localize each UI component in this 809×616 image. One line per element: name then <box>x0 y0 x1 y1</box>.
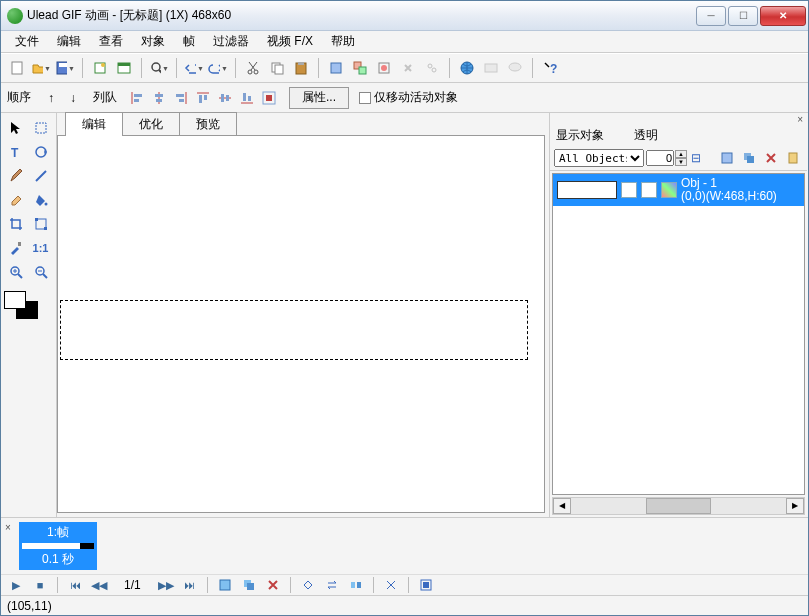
fx-button[interactable] <box>384 578 398 592</box>
menu-view[interactable]: 查看 <box>91 31 131 52</box>
menu-file[interactable]: 文件 <box>7 31 47 52</box>
maximize-button[interactable]: ☐ <box>728 6 758 26</box>
redo-button[interactable]: ▼ <box>208 58 228 78</box>
minimize-button[interactable]: ─ <box>696 6 726 26</box>
obj3-button[interactable] <box>374 58 394 78</box>
frame-panel-handle[interactable]: × <box>5 522 15 570</box>
menu-help[interactable]: 帮助 <box>323 31 363 52</box>
align-center-h-button[interactable] <box>149 88 169 108</box>
tab-preview[interactable]: 预览 <box>179 112 237 136</box>
text-tool[interactable]: T <box>4 141 27 163</box>
properties-button[interactable]: 属性... <box>289 87 349 109</box>
view-tabs: 编辑 优化 预览 <box>57 113 549 135</box>
seq-down-button[interactable]: ↓ <box>63 88 83 108</box>
align-right-button[interactable] <box>171 88 191 108</box>
panel-scrollbar[interactable]: ◀▶ <box>552 497 805 515</box>
foreground-color[interactable] <box>4 291 26 309</box>
object-row[interactable]: 👁 Obj - 1 (0,0)(W:468,H:60) <box>553 174 804 206</box>
seq-up-button[interactable]: ↑ <box>41 88 61 108</box>
del-frame-button[interactable] <box>266 578 280 592</box>
zoom-in-tool[interactable] <box>4 261 27 283</box>
close-button[interactable]: ✕ <box>760 6 806 26</box>
svg-rect-37 <box>204 95 207 100</box>
loop-button[interactable] <box>325 578 339 592</box>
align-left-button[interactable] <box>127 88 147 108</box>
next-frame-button[interactable]: ▶▶ <box>159 578 173 592</box>
center-canvas-button[interactable] <box>259 88 279 108</box>
tween-button[interactable] <box>349 578 363 592</box>
tab-optimize[interactable]: 优化 <box>122 112 180 136</box>
rp-btn2[interactable] <box>739 148 759 168</box>
rp-btn3[interactable] <box>761 148 781 168</box>
zoom-out-tool[interactable] <box>29 261 52 283</box>
stop-button[interactable]: ■ <box>33 578 47 592</box>
transparent-input[interactable] <box>646 150 674 166</box>
web-button[interactable] <box>457 58 477 78</box>
line-tool[interactable] <box>29 165 52 187</box>
menu-edit[interactable]: 编辑 <box>49 31 89 52</box>
actual-size-tool[interactable]: 1:1 <box>29 237 52 259</box>
obj2-button[interactable] <box>350 58 370 78</box>
fill-tool[interactable] <box>29 189 52 211</box>
crop-tool[interactable] <box>4 213 27 235</box>
chat-button[interactable] <box>505 58 525 78</box>
eyedropper-tool[interactable] <box>4 237 27 259</box>
menu-object[interactable]: 对象 <box>133 31 173 52</box>
svg-rect-52 <box>35 218 38 221</box>
canvas-area[interactable] <box>57 135 545 513</box>
frame-duration: 0.1 秒 <box>42 551 74 568</box>
link-button[interactable] <box>398 58 418 78</box>
open-button[interactable]: ▼ <box>31 58 51 78</box>
last-frame-button[interactable]: ⏭ <box>183 578 197 592</box>
cut-button[interactable] <box>243 58 263 78</box>
menu-filter[interactable]: 过滤器 <box>205 31 257 52</box>
copy-button[interactable] <box>267 58 287 78</box>
help-button[interactable]: ? <box>540 58 560 78</box>
visibility-icon[interactable]: 👁 <box>621 182 637 198</box>
brush-tool[interactable] <box>4 165 27 187</box>
dup-frame-button[interactable] <box>242 578 256 592</box>
rp-btn4[interactable] <box>783 148 803 168</box>
show-object-select[interactable]: All Objects <box>554 149 644 167</box>
menu-video-fx[interactable]: 视频 F/X <box>259 31 321 52</box>
prev-frame-button[interactable]: ◀◀ <box>92 578 106 592</box>
play-button[interactable]: ▶ <box>9 578 23 592</box>
wizard1-button[interactable] <box>90 58 110 78</box>
transparent-label: 透明 <box>634 127 658 144</box>
paste-button[interactable] <box>291 58 311 78</box>
shape-tool[interactable] <box>29 141 52 163</box>
unlink-button[interactable] <box>422 58 442 78</box>
select-tool[interactable] <box>29 117 52 139</box>
align-middle-button[interactable] <box>215 88 235 108</box>
lock-obj-icon[interactable] <box>641 182 657 198</box>
wizard2-button[interactable] <box>114 58 134 78</box>
lock-icon[interactable]: ⊟ <box>691 151 701 165</box>
obj1-button[interactable] <box>326 58 346 78</box>
add-frame-button[interactable] <box>218 578 232 592</box>
color-swatches[interactable] <box>4 291 44 321</box>
transparent-spinner[interactable]: ▲▼ <box>675 150 687 166</box>
reverse-button[interactable] <box>301 578 315 592</box>
svg-rect-36 <box>199 95 202 103</box>
zoom-button[interactable]: ▼ <box>149 58 169 78</box>
panel-close-icon[interactable]: × <box>550 113 807 125</box>
resize-tool[interactable] <box>29 213 52 235</box>
frame-1[interactable]: 1:帧 0.1 秒 <box>19 522 97 570</box>
move-active-only-checkbox[interactable]: 仅移动活动对象 <box>359 89 458 106</box>
save-button[interactable]: ▼ <box>55 58 75 78</box>
object-list[interactable]: 👁 Obj - 1 (0,0)(W:468,H:60) <box>552 173 805 495</box>
menu-frame[interactable]: 帧 <box>175 31 203 52</box>
eraser-tool[interactable] <box>4 189 27 211</box>
align-top-button[interactable] <box>193 88 213 108</box>
first-frame-button[interactable]: ⏮ <box>68 578 82 592</box>
tab-edit[interactable]: 编辑 <box>65 112 123 136</box>
rp-btn1[interactable] <box>717 148 737 168</box>
props-frame-button[interactable] <box>419 578 433 592</box>
canvas[interactable] <box>60 300 528 360</box>
svg-rect-65 <box>247 583 254 590</box>
preview-button[interactable] <box>481 58 501 78</box>
new-button[interactable] <box>7 58 27 78</box>
align-bottom-button[interactable] <box>237 88 257 108</box>
undo-button[interactable]: ▼ <box>184 58 204 78</box>
pointer-tool[interactable] <box>4 117 27 139</box>
